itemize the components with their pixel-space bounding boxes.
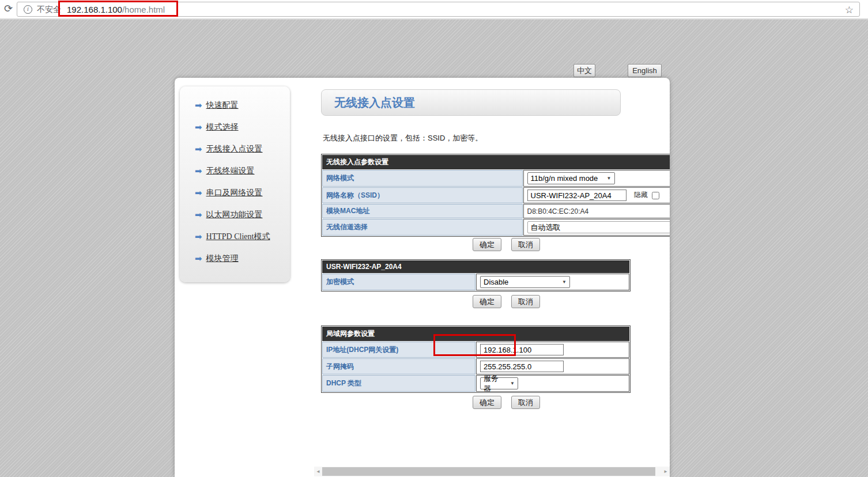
sidebar-menu: ➡ 快速配置 ➡ 模式选择 ➡ 无线接入点设置 ➡ 无线终端设置 ➡ 串口及网络… [180, 86, 290, 282]
language-chinese-button[interactable]: 中文 [573, 64, 595, 77]
ssid-hide-label: 隐藏 [634, 191, 648, 199]
dhcp-type-label: DHCP 类型 [322, 375, 475, 392]
table-row: 网络模式 11b/g/n mixed mode ▼ [322, 170, 670, 187]
arrow-right-icon: ➡ [195, 254, 202, 263]
sidebar-item-label[interactable]: 以太网功能设置 [206, 210, 263, 220]
encryption-table: USR-WIFI232-AP_20A4 加密模式 Disable ▼ [321, 259, 631, 292]
encryption-mode-label: 加密模式 [322, 274, 475, 290]
sidebar-item-label[interactable]: 模块管理 [206, 253, 239, 264]
chevron-down-icon: ▼ [607, 176, 612, 181]
table-row: 网络名称（SSID） 隐藏 [322, 187, 670, 203]
encryption-mode-value: Disable [484, 278, 508, 286]
wireless-channel-value: 自动选取 [531, 222, 561, 233]
sidebar-item-module-management[interactable]: ➡ 模块管理 [195, 252, 290, 264]
sidebar-item-sta-settings[interactable]: ➡ 无线终端设置 [195, 165, 290, 177]
lan-params-table: 局域网参数设置 IP地址(DHCP网关设置) 子网掩码 DHCP 类型 服务器 … [321, 325, 631, 393]
arrow-right-icon: ➡ [195, 232, 202, 241]
url-domain: 192.168.1.100 [67, 5, 122, 14]
ip-address-input[interactable] [480, 344, 564, 355]
sidebar-item-ethernet[interactable]: ➡ 以太网功能设置 [195, 209, 290, 221]
ap-params-actions: 确定 取消 [473, 238, 540, 251]
content-panel: ➡ 快速配置 ➡ 模式选择 ➡ 无线接入点设置 ➡ 无线终端设置 ➡ 串口及网络… [175, 78, 670, 477]
sidebar-item-label[interactable]: 快速配置 [206, 100, 239, 111]
ap-params-table-header: 无线接入点参数设置 [322, 155, 670, 169]
scroll-left-icon[interactable]: ◄ [314, 467, 322, 476]
dhcp-type-select[interactable]: 服务器 ▼ [480, 377, 518, 389]
horizontal-scrollbar[interactable]: ◄ ► [314, 467, 670, 476]
dhcp-type-value: 服务器 [484, 373, 505, 394]
netmask-label: 子网掩码 [322, 358, 475, 374]
ssid-label: 网络名称（SSID） [322, 187, 523, 203]
scrollbar-thumb[interactable] [322, 467, 655, 476]
sidebar-item-ap-settings[interactable]: ➡ 无线接入点设置 [195, 143, 290, 155]
table-row: IP地址(DHCP网关设置) [322, 342, 629, 358]
scrollbar-track[interactable] [322, 467, 662, 476]
sidebar-item-label[interactable]: 无线接入点设置 [206, 144, 263, 154]
scroll-right-icon[interactable]: ► [662, 467, 670, 476]
security-label: 不安全 [37, 5, 61, 15]
sidebar-item-quick-config[interactable]: ➡ 快速配置 [195, 99, 290, 111]
mac-address-label: 模块MAC地址 [322, 204, 523, 218]
lan-actions: 确定 取消 [473, 396, 540, 409]
wireless-channel-select[interactable]: 自动选取 ▼ [527, 221, 670, 233]
sidebar-item-httpd-client[interactable]: ➡ HTTPD Client模式 [195, 230, 290, 243]
arrow-right-icon: ➡ [195, 210, 202, 219]
netmask-input[interactable] [480, 361, 564, 372]
cancel-button[interactable]: 取消 [511, 396, 540, 409]
network-mode-value: 11b/g/n mixed mode [531, 174, 598, 183]
url-path: /home.html [122, 5, 165, 14]
encryption-mode-select[interactable]: Disable ▼ [480, 276, 570, 288]
arrow-right-icon: ➡ [195, 145, 202, 153]
sidebar-item-label[interactable]: 模式选择 [206, 122, 239, 132]
table-row: 加密模式 Disable ▼ [322, 274, 629, 290]
chevron-down-icon: ▼ [510, 381, 515, 386]
language-english-button[interactable]: English [628, 64, 662, 77]
network-mode-label: 网络模式 [322, 170, 523, 187]
table-row: 子网掩码 [322, 358, 629, 374]
table-row: 无线信道选择 自动选取 ▼ [322, 219, 670, 236]
ip-address-label: IP地址(DHCP网关设置) [322, 342, 475, 358]
page-title-banner: 无线接入点设置 [321, 89, 621, 116]
ap-params-table: 无线接入点参数设置 网络模式 11b/g/n mixed mode ▼ 网络名称… [321, 154, 670, 237]
arrow-right-icon: ➡ [195, 101, 202, 109]
table-row: DHCP 类型 服务器 ▼ [322, 375, 629, 392]
ok-button[interactable]: 确定 [473, 295, 501, 308]
wireless-channel-label: 无线信道选择 [322, 219, 523, 236]
sidebar-item-label[interactable]: HTTPD Client模式 [206, 232, 270, 242]
arrow-right-icon: ➡ [195, 123, 202, 131]
cancel-button[interactable]: 取消 [511, 238, 540, 251]
info-icon[interactable]: i [24, 5, 32, 14]
sidebar-item-label[interactable]: 无线终端设置 [206, 166, 255, 176]
ok-button[interactable]: 确定 [473, 396, 501, 409]
chevron-down-icon: ▼ [562, 279, 567, 285]
url-text[interactable]: 192.168.1.100/home.html [67, 5, 165, 14]
arrow-right-icon: ➡ [195, 166, 202, 175]
ssid-input[interactable] [527, 190, 627, 201]
sidebar-item-mode-select[interactable]: ➡ 模式选择 [195, 121, 290, 133]
encryption-table-header: USR-WIFI232-AP_20A4 [322, 260, 629, 273]
mac-address-value: D8:B0:4C:EC:20:A4 [527, 207, 589, 215]
page-title: 无线接入点设置 [334, 95, 415, 111]
sidebar-item-label[interactable]: 串口及网络设置 [206, 188, 263, 198]
cancel-button[interactable]: 取消 [511, 295, 540, 308]
table-row: 模块MAC地址 D8:B0:4C:EC:20:A4 [322, 204, 670, 218]
arrow-right-icon: ➡ [195, 188, 202, 197]
lan-params-table-header: 局域网参数设置 [322, 327, 629, 341]
ok-button[interactable]: 确定 [473, 238, 501, 251]
browser-toolbar: ⟳ i 不安全 192.168.1.100/home.html ☆ [0, 0, 868, 18]
bookmark-star-icon[interactable]: ☆ [845, 4, 854, 16]
encryption-actions: 确定 取消 [473, 295, 540, 308]
address-bar[interactable]: i 不安全 192.168.1.100/home.html ☆ [17, 2, 860, 17]
sidebar-item-uart-network[interactable]: ➡ 串口及网络设置 [195, 187, 290, 199]
page-subtitle: 无线接入点接口的设置，包括：SSID，加密等。 [323, 133, 482, 143]
network-mode-select[interactable]: 11b/g/n mixed mode ▼ [527, 172, 615, 184]
ssid-hide-checkbox[interactable] [652, 192, 659, 199]
screen: ⟳ i 不安全 192.168.1.100/home.html ☆ 中文 Eng… [0, 0, 868, 477]
reload-icon[interactable]: ⟳ [4, 2, 13, 15]
